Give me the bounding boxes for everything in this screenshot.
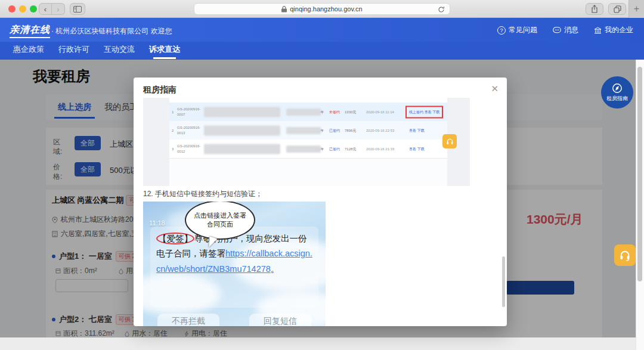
guide-row-actions: 线上签约 查看 下载 [409, 109, 439, 114]
faq-label: 常见问题 [509, 25, 537, 35]
guide-table-cell: 2020-09-16 22:53 [366, 128, 394, 133]
compass-icon [612, 83, 623, 94]
forward-button[interactable]: › [52, 3, 65, 15]
redacted-text-block [204, 144, 280, 154]
guide-table-cell: 已签约 [329, 128, 340, 133]
guide-table-cell: 2020-09-16 11:14 [366, 109, 394, 114]
browser-chrome: ‹ › qinqing.hangzhou.gov.cn + [0, 0, 644, 18]
site-header: 亲清在线 · 杭州必沃区块链科技有限公司 欢迎您 ? 常见问题 消息 我的企业 [0, 18, 644, 42]
new-tab-button[interactable]: + [628, 0, 644, 18]
nav-item-policies[interactable]: 惠企政策 [13, 44, 44, 55]
guide-table-cell: GS-20200916- 0013 [177, 125, 206, 136]
tab-overview-button[interactable] [608, 3, 626, 15]
guide-table-cell: 已签约 [329, 146, 340, 151]
guide-table-cell: 7896元 [345, 128, 356, 133]
close-icon[interactable]: ✕ [491, 83, 499, 94]
redacted-text-block [286, 109, 321, 116]
guide-screenshot-sms: 11:18 【爱签】尊敬的用户，现向您发出一份电子合同，请签署https://c… [143, 202, 326, 326]
guide-table-filler [169, 158, 447, 186]
sms-brand-circled: 【爱签】 [156, 233, 194, 244]
modal-scrollbar-thumb[interactable] [502, 256, 505, 307]
sms-block-button: 不再拦截 [157, 314, 219, 326]
rental-guide-floating-button[interactable]: 租房指南 [601, 76, 633, 109]
redacted-text-block [286, 145, 321, 153]
guide-row-actions: 查看 下载 [409, 146, 425, 151]
nav-item-appeals[interactable]: 诉求直达 [149, 44, 180, 55]
headset-widget-in-screenshot [442, 134, 457, 148]
headset-icon [619, 249, 631, 261]
maximize-window-button[interactable] [30, 5, 37, 13]
sms-time: 11:18 [149, 219, 165, 227]
redacted-text-block [204, 125, 280, 135]
site-logo[interactable]: 亲清在线 [10, 24, 50, 38]
guide-table-row: 1GS-20200916- 00071年未签约1330元2020-09-16 1… [169, 103, 447, 121]
address-bar[interactable]: qinqing.hangzhou.gov.cn [194, 3, 450, 15]
guide-table-cell: GS-20200916- 0012 [177, 144, 206, 154]
customer-service-button[interactable] [614, 244, 636, 266]
welcome-text: · 杭州必沃区块链科技有限公司 欢迎您 [51, 26, 172, 36]
reload-button[interactable] [438, 6, 445, 14]
sms-period: 。 [271, 264, 280, 274]
sidebar-toggle-button[interactable] [70, 3, 85, 15]
headset-icon [446, 138, 454, 145]
guide-table-cell: 1330元 [345, 109, 356, 114]
sms-message-text: 【爱签】尊敬的用户，现向您发出一份电子合同，请签署https://callbac… [156, 231, 314, 277]
chat-icon [553, 27, 561, 34]
my-company-link[interactable]: 我的企业 [594, 25, 633, 35]
guide-row-actions: 查看 下载 [409, 128, 425, 133]
guide-table-cell: 未签约 [329, 109, 340, 114]
annotation-bubble: 点击链接进入签署合同页面 [185, 202, 255, 240]
minimize-window-button[interactable] [19, 5, 26, 13]
nav-item-licensing[interactable]: 行政许可 [58, 44, 89, 55]
browser-window: ‹ › qinqing.hangzhou.gov.cn + 亲清在线 · 杭州必… [0, 0, 644, 350]
guide-table-cell: GS-20200916- 0007 [177, 107, 206, 117]
sms-reply-button: 回复短信 [249, 314, 311, 326]
faq-link[interactable]: ? 常见问题 [497, 25, 537, 35]
guide-table-cell: 1 [172, 109, 174, 114]
my-company-label: 我的企业 [605, 25, 633, 35]
page-bottom-strip [0, 337, 636, 350]
url-text: qinqing.hangzhou.gov.cn [290, 5, 363, 13]
modal-title: 租房指南 [143, 85, 177, 95]
question-icon: ? [497, 26, 506, 35]
guide-screenshot-contract-table: 1GS-20200916- 00071年未签约1330元2020-09-16 1… [143, 98, 470, 186]
back-button[interactable]: ‹ [39, 3, 52, 15]
guide-table-cell: 3 [172, 146, 174, 151]
guide-table-row: 3GS-20200916- 00121年已签约7128元2020-09-16 2… [169, 140, 447, 158]
guide-table-cell: 7128元 [345, 146, 356, 151]
reload-icon [438, 6, 445, 13]
redacted-text-block [204, 107, 280, 117]
guide-step-caption: 12. 手机短信中链接签约与短信验证； [143, 189, 262, 199]
site-nav: 惠企政策 行政许可 互动交流 诉求直达 [0, 42, 644, 60]
header-links: ? 常见问题 消息 我的企业 [497, 25, 633, 35]
nav-item-interaction[interactable]: 互动交流 [104, 44, 135, 55]
sidebar-icon [73, 6, 82, 13]
redacted-text-block [286, 127, 321, 134]
messages-label: 消息 [564, 25, 578, 35]
scrollbar-thumb[interactable] [637, 67, 642, 281]
guide-table-cell: 2020-09-16 21:33 [366, 146, 394, 151]
tabs-icon [614, 5, 621, 13]
guide-table: 1GS-20200916- 00071年未签约1330元2020-09-16 1… [169, 98, 447, 186]
guide-table-row: 2GS-20200916- 00131年已签约7896元2020-09-16 2… [169, 121, 447, 140]
browser-scrollbar[interactable] [636, 60, 644, 350]
bank-icon [594, 27, 602, 34]
rental-guide-floating-label: 租房指南 [606, 95, 628, 103]
share-icon [591, 5, 598, 13]
share-button[interactable] [586, 3, 603, 15]
rental-guide-modal: 租房指南 ✕ 1GS-20200916- 00071年未签约1330元2020-… [134, 78, 507, 326]
close-window-button[interactable] [8, 5, 16, 13]
lock-icon [281, 6, 287, 13]
messages-link[interactable]: 消息 [553, 25, 578, 35]
guide-table-cell: 2 [172, 128, 174, 133]
